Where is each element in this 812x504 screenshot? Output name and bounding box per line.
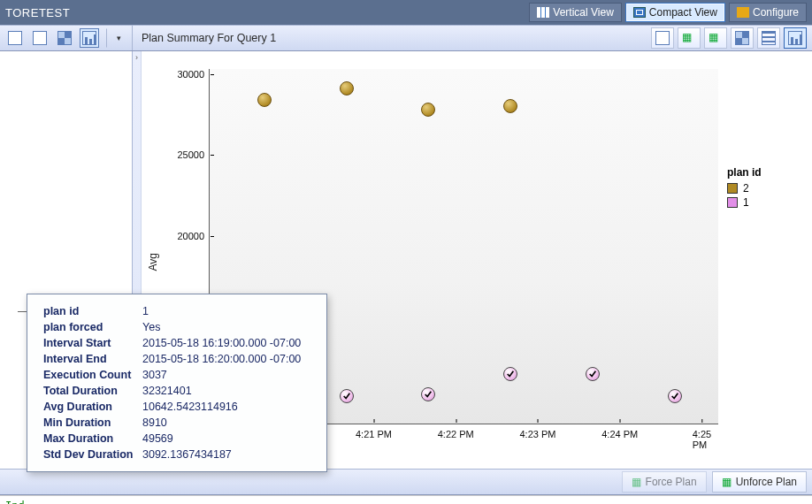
tooltip-value: 3092.1367434187 xyxy=(139,447,314,462)
tb-action-1[interactable] xyxy=(651,27,674,49)
y-tick: 20000 xyxy=(177,231,210,241)
legend-label: 2 xyxy=(743,182,749,195)
tooltip-value: 3037 xyxy=(139,367,314,383)
vertical-view-button[interactable]: Vertical View xyxy=(529,3,621,22)
tooltip-value: 2015-05-18 16:19:00.000 -07:00 xyxy=(139,335,314,351)
tooltip-key: plan id xyxy=(40,303,139,319)
tooltip-value: 2015-05-18 16:20:00.000 -07:00 xyxy=(139,351,314,367)
grid-icon xyxy=(57,31,72,45)
tooltip-key: Total Duration xyxy=(40,383,139,399)
y-tick: 30000 xyxy=(177,69,210,80)
legend-swatch xyxy=(727,183,738,194)
toolbar-left-group: ▾ xyxy=(0,26,133,50)
force-plan-icon: ▦ xyxy=(632,476,641,488)
tooltip-row: plan forcedYes xyxy=(40,319,314,335)
compact-view-icon xyxy=(633,7,646,18)
x-tick: 4:25 PM xyxy=(693,424,711,450)
compact-view-label: Compact View xyxy=(649,6,717,19)
window-title: TORETEST xyxy=(5,6,70,19)
data-point[interactable] xyxy=(586,367,600,381)
legend: plan id 21 xyxy=(727,166,803,210)
configure-icon xyxy=(737,7,749,18)
action-icon-1 xyxy=(655,31,670,45)
tooltip-key: Avg Duration xyxy=(40,399,139,415)
data-point[interactable] xyxy=(340,389,354,403)
legend-swatch xyxy=(727,197,738,208)
tb-action-3[interactable]: ▦ xyxy=(704,27,727,49)
view-split-button[interactable] xyxy=(30,28,50,48)
data-point[interactable] xyxy=(257,93,272,107)
tooltip-row: Interval End2015-05-18 16:20:00.000 -07:… xyxy=(40,351,314,367)
datapoint-tooltip: plan id1plan forcedYesInterval Start2015… xyxy=(27,294,327,472)
tooltip-row: Max Duration49569 xyxy=(40,431,314,447)
title-bar: TORETEST Vertical View Compact View Conf… xyxy=(0,0,812,25)
chart-toolbar: ▾ Plan Summary For Query 1 ▦ ▦ xyxy=(0,25,812,51)
view-grid-button[interactable] xyxy=(55,28,74,48)
tooltip-key: Interval End xyxy=(40,351,139,367)
action-icon-4 xyxy=(735,31,749,45)
tooltip-key: Interval Start xyxy=(40,335,139,351)
split-icon xyxy=(33,31,47,45)
tooltip-row: Std Dev Duration3092.1367434187 xyxy=(40,447,314,462)
force-plan-button[interactable]: ▦ Force Plan xyxy=(622,471,707,493)
tooltip-value: 1 xyxy=(139,303,314,319)
data-point[interactable] xyxy=(421,103,435,117)
tooltip-key: Execution Count xyxy=(40,367,139,383)
vertical-view-icon xyxy=(537,7,549,18)
tooltip-key: plan forced xyxy=(40,319,139,335)
plan-action-bar: ▦ Force Plan ▦ Unforce Plan xyxy=(0,469,812,495)
unforce-plan-button[interactable]: ▦ Unforce Plan xyxy=(712,471,807,493)
toolbar-right-group: ▦ ▦ xyxy=(646,26,812,50)
x-tick: 4:24 PM xyxy=(601,424,638,439)
tooltip-row: plan id1 xyxy=(40,303,314,319)
view-single-button[interactable] xyxy=(5,28,25,48)
action-icon-2: ▦ xyxy=(682,31,696,45)
configure-button[interactable]: Configure xyxy=(729,3,807,22)
tooltip-row: Execution Count3037 xyxy=(40,367,314,383)
bottom-info: Ind xyxy=(0,495,812,504)
data-point[interactable] xyxy=(503,367,517,381)
tb-action-5[interactable] xyxy=(757,27,780,49)
legend-header: plan id xyxy=(727,166,803,179)
view-chart-button[interactable] xyxy=(80,28,99,48)
tooltip-value: 8910 xyxy=(139,415,314,431)
chevron-down-icon: ▾ xyxy=(117,34,121,42)
single-icon xyxy=(8,31,22,45)
tooltip-value: 49569 xyxy=(139,431,314,447)
x-tick: 4:23 PM xyxy=(519,424,555,439)
tooltip-key: Std Dev Duration xyxy=(40,447,139,462)
force-plan-label: Force Plan xyxy=(646,476,697,488)
legend-label: 1 xyxy=(743,196,749,209)
data-point[interactable] xyxy=(503,99,517,113)
x-tick: 4:22 PM xyxy=(438,424,474,439)
tb-action-2[interactable]: ▦ xyxy=(678,27,701,49)
legend-item[interactable]: 2 xyxy=(727,182,803,195)
tooltip-value: 32321401 xyxy=(139,383,314,399)
action-icon-3: ▦ xyxy=(709,31,723,45)
configure-label: Configure xyxy=(753,6,799,19)
unforce-plan-icon: ▦ xyxy=(722,476,732,488)
y-axis-label: Avg xyxy=(145,253,161,271)
tooltip-value: Yes xyxy=(139,319,314,335)
tooltip-row: Interval Start2015-05-18 16:19:00.000 -0… xyxy=(40,335,314,351)
bar-chart-icon xyxy=(82,31,96,45)
data-point[interactable] xyxy=(668,389,682,403)
x-tick: 4:21 PM xyxy=(356,424,392,439)
vertical-view-label: Vertical View xyxy=(553,6,613,19)
tb-action-6[interactable] xyxy=(784,27,807,49)
tb-action-4[interactable] xyxy=(731,27,754,49)
bottom-info-text: Ind xyxy=(5,500,25,504)
tooltip-row: Min Duration8910 xyxy=(40,415,314,431)
tooltip-key: Max Duration xyxy=(40,431,139,447)
legend-item[interactable]: 1 xyxy=(727,196,803,209)
dropdown-button[interactable]: ▾ xyxy=(106,28,126,48)
action-icon-6 xyxy=(788,31,802,45)
tooltip-row: Avg Duration10642.5423114916 xyxy=(40,399,314,415)
panel-title: Plan Summary For Query 1 xyxy=(133,26,646,50)
data-point[interactable] xyxy=(421,387,435,401)
data-point[interactable] xyxy=(340,81,354,95)
action-icon-5 xyxy=(762,31,776,45)
tooltip-row: Total Duration32321401 xyxy=(40,383,314,399)
tooltip-key: Min Duration xyxy=(40,415,139,431)
compact-view-button[interactable]: Compact View xyxy=(625,3,725,22)
